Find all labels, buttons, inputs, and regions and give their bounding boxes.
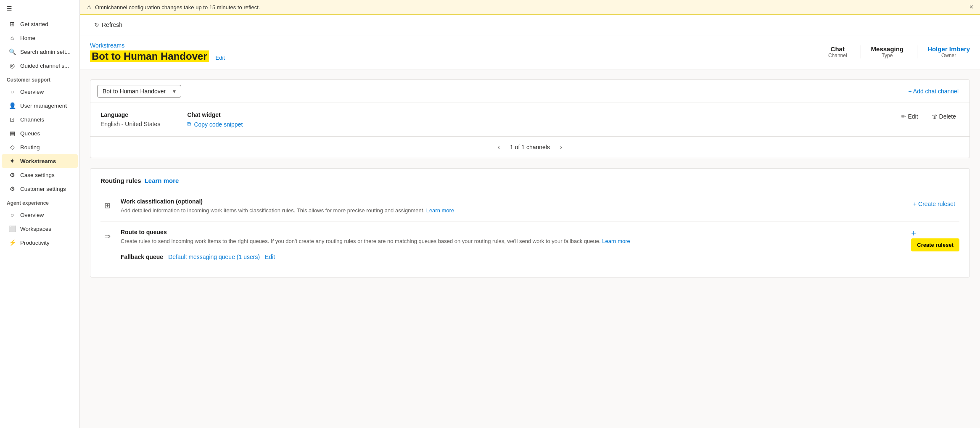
header-left: Workstreams Bot to Human Handover Edit — [90, 42, 225, 62]
sidebar-item-home[interactable]: ⌂ Home — [2, 31, 78, 45]
sidebar-section-agent-experience: Agent experience ○ Overview ⬜ Workspaces… — [0, 196, 79, 250]
copy-snippet-label: Copy code snippet — [194, 121, 243, 128]
queues-action: + Create ruleset — [911, 229, 959, 251]
language-label: Language — [100, 111, 160, 118]
toolbar: ↻ Refresh — [80, 15, 980, 35]
channel-value: Chat — [831, 45, 845, 53]
type-value: Messaging — [871, 45, 904, 53]
header-meta-owner: Holger Imbery Owner — [917, 45, 970, 58]
add-ruleset-icon[interactable]: + — [911, 229, 916, 238]
refresh-label: Refresh — [102, 21, 122, 28]
sidebar-item-ae-overview[interactable]: ○ Overview — [2, 208, 78, 222]
sidebar-item-queues[interactable]: ▤ Queues — [2, 127, 78, 140]
channel-card: Bot to Human Handover ▾ + Add chat chann… — [90, 79, 970, 158]
header-meta-channel: Chat Channel — [818, 45, 847, 58]
delete-icon: 🗑 — [932, 113, 938, 120]
sidebar-item-label: Home — [20, 35, 35, 41]
sidebar-item-label: User management — [20, 103, 67, 109]
sidebar-section-header-customer-support: Customer support — [0, 73, 79, 85]
copy-snippet-button[interactable]: ⧉ Copy code snippet — [187, 121, 243, 128]
sidebar-item-channels[interactable]: ⊡ Channels — [2, 113, 78, 126]
channel-dropdown-value: Bot to Human Handover — [103, 88, 166, 95]
page-edit-link[interactable]: Edit — [216, 55, 225, 61]
edit-channel-button[interactable]: ✏ Edit — [898, 111, 921, 122]
classification-learn-more-link[interactable]: Learn more — [426, 207, 454, 214]
sidebar-item-label: Routing — [20, 144, 40, 151]
queues-icon: ▤ — [8, 130, 16, 137]
sidebar-item-label: Guided channel s... — [20, 63, 69, 69]
refresh-icon: ↻ — [94, 21, 99, 28]
queues-learn-more-link[interactable]: Learn more — [602, 238, 630, 244]
widget-group: Chat widget ⧉ Copy code snippet — [187, 111, 243, 128]
banner-close-button[interactable]: × — [969, 3, 973, 11]
routing-rules-section: Routing rules Learn more ⊞ Work classifi… — [90, 168, 970, 277]
sidebar-toggle[interactable]: ☰ — [0, 0, 79, 17]
routing-rule-classification: ⊞ Work classification (optional) Add det… — [100, 191, 959, 222]
routing-rules-title: Routing rules Learn more — [100, 177, 959, 184]
language-value: English - United States — [100, 121, 160, 127]
prev-page-button[interactable]: ‹ — [494, 142, 503, 153]
create-queue-ruleset-button[interactable]: Create ruleset — [911, 238, 959, 251]
classification-action: + Create ruleset — [909, 198, 959, 210]
sidebar-item-label: Workspaces — [20, 226, 51, 232]
chevron-down-icon: ▾ — [173, 88, 176, 95]
channel-dropdown[interactable]: Bot to Human Handover ▾ — [97, 85, 181, 98]
workstreams-icon: ✦ — [8, 158, 16, 164]
sidebar-item-customer-settings[interactable]: ⚙ Customer settings — [2, 182, 78, 196]
add-chat-channel-button[interactable]: + Add chat channel — [904, 85, 963, 97]
sidebar-item-workstreams[interactable]: ✦ Workstreams — [2, 154, 78, 168]
refresh-button[interactable]: ↻ Refresh — [90, 19, 127, 31]
pagination: ‹ 1 of 1 channels › — [90, 136, 969, 158]
sidebar-item-guided[interactable]: ◎ Guided channel s... — [2, 59, 78, 72]
owner-value[interactable]: Holger Imbery — [927, 45, 970, 53]
sidebar-item-get-started[interactable]: ⊞ Get started — [2, 17, 78, 31]
banner-left: ⚠ Omnichannel configuration changes take… — [87, 4, 260, 11]
route-icon: ⇒ — [100, 230, 114, 243]
sidebar-item-label: Case settings — [20, 172, 55, 178]
fallback-queue-link[interactable]: Default messaging queue (1 users) — [168, 254, 260, 260]
banner-warning-icon: ⚠ — [87, 4, 92, 11]
create-classification-ruleset-button[interactable]: + Create ruleset — [909, 198, 959, 210]
delete-channel-button[interactable]: 🗑 Delete — [928, 111, 959, 122]
sidebar-item-productivity[interactable]: ⚡ Productivity — [2, 236, 78, 249]
sidebar-section-header-agent-experience: Agent experience — [0, 196, 79, 208]
banner: ⚠ Omnichannel configuration changes take… — [80, 0, 980, 15]
language-group: Language English - United States — [100, 111, 160, 128]
classification-body: Work classification (optional) Add detai… — [121, 198, 902, 215]
sidebar-item-routing[interactable]: ◇ Routing — [2, 140, 78, 154]
owner-sublabel: Owner — [941, 53, 956, 58]
fallback-edit-button[interactable]: Edit — [265, 254, 275, 260]
classification-desc: Add detailed information to incoming wor… — [121, 206, 902, 215]
page-title: Bot to Human Handover — [90, 50, 209, 62]
guided-icon: ◎ — [8, 62, 16, 69]
sidebar-item-label: Overview — [20, 212, 44, 218]
fallback-label: Fallback queue — [121, 254, 163, 260]
search-icon: 🔍 — [8, 48, 16, 55]
sidebar-section-customer-support: Customer support ○ Overview 👤 User manag… — [0, 73, 79, 196]
widget-label: Chat widget — [187, 111, 243, 118]
sidebar-item-label: Queues — [20, 130, 40, 137]
sidebar-item-overview[interactable]: ○ Overview — [2, 85, 78, 98]
workspaces-icon: ⬜ — [8, 225, 16, 232]
hamburger-icon: ☰ — [7, 5, 12, 12]
classification-icon: ⊞ — [100, 199, 114, 212]
fallback-queue-row: Fallback queue Default messaging queue (… — [121, 250, 904, 262]
routing-learn-more-link[interactable]: Learn more — [145, 177, 179, 184]
ae-overview-icon: ○ — [8, 211, 16, 218]
home-icon: ⌂ — [8, 34, 16, 41]
inner-content: Bot to Human Handover ▾ + Add chat chann… — [80, 69, 980, 288]
page-header: Workstreams Bot to Human Handover Edit C… — [80, 35, 980, 69]
edit-icon: ✏ — [901, 113, 906, 120]
sidebar-item-user-management[interactable]: 👤 User management — [2, 99, 78, 112]
sidebar-item-search[interactable]: 🔍 Search admin sett... — [2, 45, 78, 58]
breadcrumb[interactable]: Workstreams — [90, 42, 225, 49]
productivity-icon: ⚡ — [8, 239, 16, 246]
sidebar-item-case-settings[interactable]: ⚙ Case settings — [2, 168, 78, 182]
channel-sublabel: Channel — [828, 53, 847, 58]
classification-title: Work classification (optional) — [121, 198, 902, 205]
case-settings-icon: ⚙ — [8, 172, 16, 178]
next-page-button[interactable]: › — [557, 142, 565, 153]
header-meta-type: Messaging Type — [861, 45, 904, 58]
sidebar-item-workspaces[interactable]: ⬜ Workspaces — [2, 222, 78, 235]
routing-icon: ◇ — [8, 144, 16, 151]
